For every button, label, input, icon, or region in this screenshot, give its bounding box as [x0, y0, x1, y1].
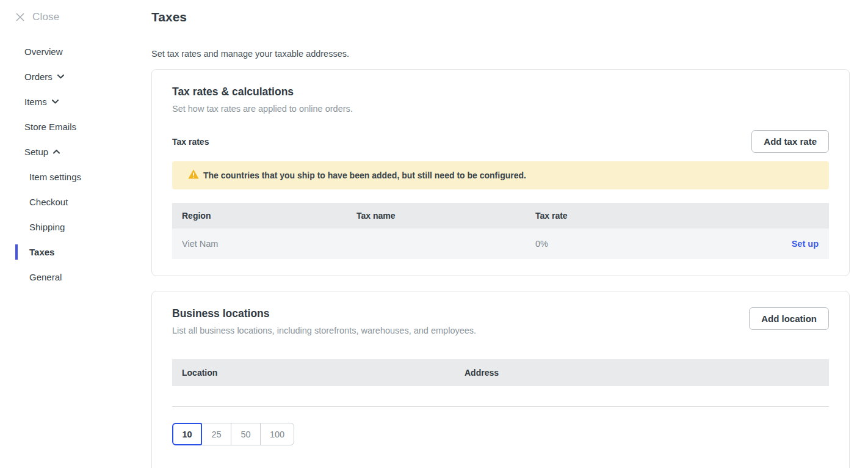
sidebar-item-general[interactable]: General — [0, 265, 151, 290]
tax-rates-card: Tax rates & calculations Set how tax rat… — [151, 69, 850, 276]
sidebar-item-label: Item settings — [29, 172, 81, 182]
chevron-down-icon — [57, 75, 64, 79]
tax-rates-table: Region Tax name Tax rate Viet Nam 0% Set… — [172, 203, 829, 259]
warning-icon — [188, 169, 203, 181]
sidebar-item-label: Store Emails — [24, 122, 76, 132]
page-size-selector: 10 25 50 100 — [172, 423, 294, 445]
chevron-down-icon — [52, 100, 59, 104]
sidebar-item-setup[interactable]: Setup — [0, 139, 151, 164]
page-title: Taxes — [151, 10, 850, 24]
sidebar-item-label: Setup — [24, 147, 48, 157]
sidebar-item-label: Checkout — [29, 197, 68, 207]
region-cell: Viet Nam — [172, 239, 347, 249]
tax-table-header: Region Tax name Tax rate — [172, 203, 829, 229]
page-subtitle: Set tax rates and manage your taxable ad… — [151, 49, 850, 59]
sidebar-item-overview[interactable]: Overview — [0, 39, 151, 64]
warning-banner: The countries that you ship to have been… — [172, 161, 829, 189]
sidebar-item-item-settings[interactable]: Item settings — [0, 164, 151, 189]
settings-sidebar: Close Overview Orders Items Store Emails… — [0, 0, 151, 468]
close-button[interactable]: Close — [0, 9, 151, 25]
set-up-link[interactable]: Set up — [792, 239, 819, 249]
add-location-button[interactable]: Add location — [749, 307, 829, 330]
table-row: Viet Nam 0% Set up — [172, 229, 829, 259]
page-size-10-button[interactable]: 10 — [172, 423, 202, 445]
page-size-25-button[interactable]: 25 — [201, 423, 231, 445]
sidebar-item-store-emails[interactable]: Store Emails — [0, 114, 151, 139]
chevron-up-icon — [53, 150, 60, 154]
close-icon — [15, 12, 25, 22]
locations-card-title: Business locations — [172, 307, 476, 320]
column-header-location: Location — [172, 368, 455, 378]
sidebar-item-label: General — [29, 272, 62, 282]
add-tax-rate-button[interactable]: Add tax rate — [751, 130, 829, 153]
tax-card-title: Tax rates & calculations — [172, 86, 829, 98]
page-size-50-button[interactable]: 50 — [231, 423, 261, 445]
tax-card-description: Set how tax rates are applied to online … — [172, 104, 829, 114]
sidebar-item-orders[interactable]: Orders — [0, 64, 151, 89]
sidebar-item-label: Items — [24, 97, 47, 107]
tax-rates-label: Tax rates — [172, 137, 209, 147]
column-header-region: Region — [172, 211, 347, 221]
close-label: Close — [32, 11, 59, 23]
sidebar-item-items[interactable]: Items — [0, 89, 151, 114]
empty-table-body — [172, 386, 829, 407]
sidebar-item-taxes[interactable]: Taxes — [0, 239, 151, 265]
page-size-100-button[interactable]: 100 — [260, 423, 294, 445]
sidebar-item-label: Taxes — [29, 247, 54, 257]
locations-card-description: List all business locations, including s… — [172, 326, 476, 335]
column-header-address: Address — [455, 368, 829, 378]
column-header-tax-name: Tax name — [347, 211, 526, 221]
sidebar-item-label: Overview — [24, 46, 63, 57]
locations-table-header: Location Address — [172, 359, 829, 386]
sidebar-item-label: Shipping — [29, 222, 65, 232]
warning-text: The countries that you ship to have been… — [203, 170, 526, 180]
sidebar-item-label: Orders — [24, 71, 52, 82]
column-header-tax-rate: Tax rate — [526, 211, 743, 221]
business-locations-card: Business locations List all business loc… — [151, 291, 850, 468]
tax-rate-cell: 0% — [526, 239, 743, 249]
locations-table: Location Address — [172, 359, 829, 407]
sidebar-item-checkout[interactable]: Checkout — [0, 189, 151, 214]
sidebar-item-shipping[interactable]: Shipping — [0, 214, 151, 239]
main-content: Taxes Set tax rates and manage your taxa… — [151, 0, 868, 468]
sidebar-nav: Overview Orders Items Store Emails Setup… — [0, 39, 151, 290]
